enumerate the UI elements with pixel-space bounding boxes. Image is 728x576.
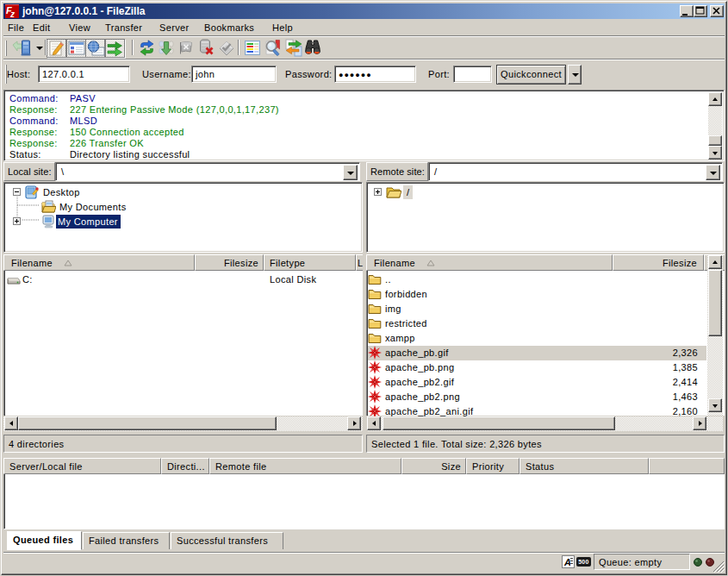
svg-text:z: z	[9, 9, 15, 18]
